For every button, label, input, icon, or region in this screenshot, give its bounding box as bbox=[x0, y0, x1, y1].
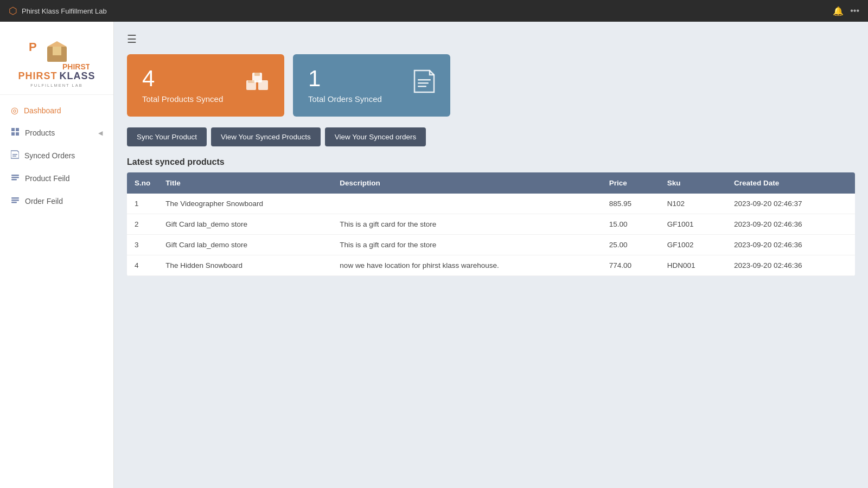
products-table: S.no Title Description Price Sku Created… bbox=[127, 172, 855, 276]
table-body: 1 The Videographer Snowboard 885.95 N102… bbox=[127, 194, 855, 276]
col-sno: S.no bbox=[127, 172, 158, 194]
svg-rect-9 bbox=[12, 154, 17, 155]
sidebar-item-dashboard[interactable]: ◎ Dashboard bbox=[0, 99, 113, 121]
table-row: 4 The Hidden Snowboard now we have locat… bbox=[127, 255, 855, 276]
logo-svg: P PHIRST bbox=[24, 31, 90, 70]
topbar: ⬡ Phirst Klass Fulfillment Lab 🔔 ••• bbox=[0, 0, 868, 22]
table-row: 3 Gift Card lab_demo store This is a gif… bbox=[127, 235, 855, 255]
cell-created-date: 2023-09-20 02:46:37 bbox=[726, 194, 855, 214]
stat-card-orders: 1 Total Orders Synced bbox=[293, 54, 450, 117]
sidebar-item-order-feild[interactable]: Order Feild bbox=[0, 190, 113, 213]
cell-title: The Videographer Snowboard bbox=[158, 194, 332, 214]
svg-text:PHIRST: PHIRST bbox=[62, 62, 90, 70]
sidebar-item-label: Synced Orders bbox=[24, 151, 75, 160]
svg-rect-14 bbox=[11, 197, 19, 199]
topbar-right: 🔔 ••• bbox=[833, 6, 859, 16]
svg-rect-24 bbox=[418, 86, 426, 87]
svg-rect-7 bbox=[11, 132, 15, 136]
cell-created-date: 2023-09-20 02:46:36 bbox=[726, 214, 855, 235]
cell-price: 774.00 bbox=[602, 255, 660, 276]
synced-orders-icon bbox=[11, 150, 19, 161]
table-wrapper: S.no Title Description Price Sku Created… bbox=[127, 172, 855, 276]
cell-sku: N102 bbox=[660, 194, 726, 214]
sidebar-item-synced-orders[interactable]: Synced Orders bbox=[0, 144, 113, 167]
sync-product-button[interactable]: Sync Your Product bbox=[127, 127, 207, 146]
chevron-icon: ◀ bbox=[98, 130, 103, 137]
svg-rect-22 bbox=[418, 79, 431, 81]
table-row: 1 The Videographer Snowboard 885.95 N102… bbox=[127, 194, 855, 214]
content-header: ☰ bbox=[127, 33, 855, 46]
sidebar-logo: P PHIRST PHIRST KLASS FULFILLMENT LAB bbox=[0, 22, 113, 95]
cell-created-date: 2023-09-20 02:46:36 bbox=[726, 255, 855, 276]
cell-title: Gift Card lab_demo store bbox=[158, 214, 332, 235]
sidebar-item-label: Dashboard bbox=[24, 106, 61, 115]
product-feild-icon bbox=[11, 173, 20, 184]
app-icon: ⬡ bbox=[9, 5, 17, 17]
view-synced-products-button[interactable]: View Your Synced Products bbox=[211, 127, 321, 146]
sidebar-item-label: Product Feild bbox=[25, 174, 69, 183]
svg-rect-23 bbox=[418, 82, 429, 84]
app-title: Phirst Klass Fulfillment Lab bbox=[22, 7, 107, 15]
cell-price: 885.95 bbox=[602, 194, 660, 214]
cell-sno: 3 bbox=[127, 235, 158, 255]
main-layout: P PHIRST PHIRST KLASS FULFILLMENT LAB ◎ … bbox=[0, 22, 868, 488]
svg-rect-8 bbox=[16, 132, 19, 136]
products-synced-number: 4 bbox=[142, 67, 223, 90]
sidebar: P PHIRST PHIRST KLASS FULFILLMENT LAB ◎ … bbox=[0, 22, 114, 488]
bell-icon[interactable]: 🔔 bbox=[833, 6, 844, 16]
svg-rect-6 bbox=[16, 128, 19, 131]
svg-marker-1 bbox=[47, 41, 67, 47]
sidebar-item-products[interactable]: Products ◀ bbox=[0, 121, 113, 144]
cell-sku: GF1002 bbox=[660, 235, 726, 255]
cell-sno: 1 bbox=[127, 194, 158, 214]
order-feild-icon bbox=[11, 196, 20, 207]
svg-text:P: P bbox=[29, 40, 37, 54]
section-title: Latest synced products bbox=[127, 157, 855, 167]
svg-rect-15 bbox=[11, 200, 19, 201]
cell-description: now we have location for phirst klass wa… bbox=[332, 255, 601, 276]
table-header-row: S.no Title Description Price Sku Created… bbox=[127, 172, 855, 194]
stat-cards: 4 Total Products Synced 1 bbox=[127, 54, 855, 117]
logo-sub: FULFILLMENT LAB bbox=[30, 83, 83, 88]
cell-description: This is a gift card for the store bbox=[332, 235, 601, 255]
sidebar-item-label: Order Feild bbox=[25, 197, 63, 206]
dashboard-icon: ◎ bbox=[11, 105, 18, 115]
cell-sno: 2 bbox=[127, 214, 158, 235]
sidebar-nav: ◎ Dashboard Products ◀ bbox=[0, 95, 113, 217]
col-sku: Sku bbox=[660, 172, 726, 194]
orders-synced-number: 1 bbox=[308, 67, 382, 90]
action-buttons: Sync Your Product View Your Synced Produ… bbox=[127, 127, 855, 146]
sidebar-item-label: Products bbox=[25, 129, 55, 137]
svg-rect-2 bbox=[53, 47, 61, 55]
cell-price: 15.00 bbox=[602, 214, 660, 235]
svg-rect-10 bbox=[12, 156, 16, 157]
products-icon-card bbox=[245, 69, 269, 98]
more-icon[interactable]: ••• bbox=[850, 6, 859, 16]
view-synced-orders-button[interactable]: View Your Synced orders bbox=[325, 127, 426, 146]
stat-card-products: 4 Total Products Synced bbox=[127, 54, 284, 117]
cell-sku: HDN001 bbox=[660, 255, 726, 276]
cell-sno: 4 bbox=[127, 255, 158, 276]
cell-title: The Hidden Snowboard bbox=[158, 255, 332, 276]
hamburger-icon[interactable]: ☰ bbox=[127, 33, 137, 45]
col-price: Price bbox=[602, 172, 660, 194]
orders-icon-card bbox=[413, 69, 435, 98]
svg-rect-5 bbox=[11, 128, 15, 131]
cell-created-date: 2023-09-20 02:46:36 bbox=[726, 235, 855, 255]
svg-rect-20 bbox=[254, 73, 260, 76]
main-content: ☰ 4 Total Products Synced bbox=[114, 22, 868, 488]
table-header: S.no Title Description Price Sku Created… bbox=[127, 172, 855, 194]
logo-box: P PHIRST PHIRST KLASS FULFILLMENT LAB bbox=[18, 31, 95, 88]
topbar-left: ⬡ Phirst Klass Fulfillment Lab bbox=[9, 5, 107, 17]
svg-rect-12 bbox=[11, 177, 19, 178]
logo-phirst: PHIRST bbox=[18, 70, 57, 82]
cell-price: 25.00 bbox=[602, 235, 660, 255]
svg-rect-13 bbox=[11, 179, 17, 181]
cell-title: Gift Card lab_demo store bbox=[158, 235, 332, 255]
sidebar-item-product-feild[interactable]: Product Feild bbox=[0, 167, 113, 190]
col-title: Title bbox=[158, 172, 332, 194]
col-description: Description bbox=[332, 172, 601, 194]
orders-synced-label: Total Orders Synced bbox=[308, 94, 382, 104]
svg-rect-21 bbox=[248, 80, 254, 83]
cell-description bbox=[332, 194, 601, 214]
